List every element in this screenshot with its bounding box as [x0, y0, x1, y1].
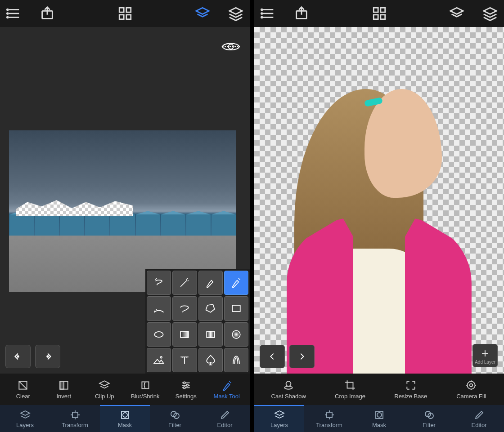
text-tool[interactable] [172, 348, 197, 372]
hair-tool[interactable] [224, 348, 248, 372]
tab-transform[interactable]: Transform [304, 405, 354, 432]
tab-transform[interactable]: Transform [50, 405, 100, 432]
svg-rect-15 [207, 331, 215, 338]
cutout-subject[interactable] [254, 64, 504, 374]
tab-filter-label: Filter [423, 422, 436, 428]
svg-point-32 [123, 413, 127, 417]
masktool-action[interactable]: Mask Tool [211, 379, 243, 400]
svg-point-13 [155, 332, 163, 337]
svg-rect-45 [380, 15, 385, 19]
settings-action[interactable]: Settings [170, 379, 202, 400]
tab-layers[interactable]: Layers [0, 405, 50, 432]
share-icon[interactable] [294, 6, 309, 21]
layers-outline-icon[interactable] [449, 6, 464, 21]
svg-point-48 [468, 381, 475, 389]
svg-rect-10 [126, 15, 130, 19]
mask-layer-icon[interactable] [195, 6, 210, 21]
girl-figure [287, 64, 472, 374]
tab-mask-label: Mask [118, 422, 132, 428]
right-canvas[interactable]: + Add Layer [254, 27, 504, 374]
invert-label: Invert [56, 393, 71, 400]
layers-stack-icon[interactable] [482, 6, 498, 21]
next-layer-button[interactable] [289, 345, 315, 368]
list-icon[interactable] [261, 6, 276, 21]
layer-nav [260, 345, 315, 368]
svg-point-19 [47, 356, 48, 357]
invert-action[interactable]: Invert [48, 379, 80, 400]
share-icon[interactable] [40, 6, 55, 21]
cropimage-action[interactable]: Crop Image [334, 379, 366, 400]
redo-button[interactable] [35, 345, 60, 368]
left-action-bar: Clear Invert Clip Up Blur/Shrink Setting… [0, 374, 250, 405]
tab-filter[interactable]: Filter [150, 405, 200, 432]
svg-point-39 [261, 13, 262, 14]
tab-layers-label: Layers [16, 422, 34, 428]
svg-point-29 [184, 387, 185, 388]
tab-mask[interactable]: Mask [100, 405, 150, 432]
tab-filter[interactable]: Filter [404, 405, 454, 432]
svg-rect-23 [142, 382, 148, 388]
svg-point-28 [186, 384, 188, 386]
svg-rect-9 [119, 15, 124, 19]
polygon-tool[interactable] [198, 296, 223, 321]
list-icon[interactable] [6, 6, 22, 21]
radial-gradient-tool[interactable] [224, 322, 248, 347]
layers-stack-icon[interactable] [228, 6, 243, 21]
erased-region [16, 198, 133, 216]
arc-tool[interactable] [147, 296, 171, 321]
svg-rect-50 [327, 412, 332, 418]
clipup-action[interactable]: Clip Up [89, 379, 120, 400]
clipup-label: Clip Up [95, 393, 114, 400]
resizebase-label: Resize Base [394, 393, 427, 400]
rectangle-tool[interactable] [224, 296, 248, 321]
magic-brush-tool[interactable] [224, 271, 248, 295]
left-canvas[interactable] [0, 27, 250, 374]
svg-line-21 [19, 381, 27, 389]
left-tab-bar: Layers Transform Mask Filter Editor [0, 405, 250, 432]
spade-tool[interactable] [198, 348, 223, 372]
mirror-gradient-tool[interactable] [198, 322, 223, 347]
visibility-eye-icon[interactable] [221, 40, 241, 53]
svg-rect-44 [374, 15, 378, 19]
blurshrink-action[interactable]: Blur/Shrink [130, 379, 161, 400]
tab-editor-label: Editor [472, 422, 487, 428]
clear-label: Clear [16, 393, 30, 400]
tab-transform-label: Transform [62, 422, 88, 428]
grid-icon[interactable] [117, 6, 133, 21]
linear-gradient-tool[interactable] [172, 322, 197, 347]
camerafill-label: Camera Fill [456, 393, 486, 400]
tab-layers-label: Layers [270, 422, 288, 428]
clear-action[interactable]: Clear [7, 379, 39, 400]
ellipse-tool[interactable] [147, 322, 171, 347]
brush-tool[interactable] [198, 271, 223, 295]
blurshrink-label: Blur/Shrink [131, 393, 160, 400]
tab-editor[interactable]: Editor [454, 405, 504, 432]
undo-button[interactable] [5, 345, 31, 368]
svg-point-3 [7, 9, 8, 10]
svg-point-17 [161, 356, 162, 358]
edited-image[interactable] [9, 130, 236, 292]
svg-rect-43 [380, 8, 385, 12]
tab-editor[interactable]: Editor [200, 405, 250, 432]
lasso-tool[interactable] [172, 296, 197, 321]
castshadow-action[interactable]: Cast Shadow [271, 379, 306, 400]
castshadow-label: Cast Shadow [271, 393, 306, 400]
magic-lasso-tool[interactable] [147, 271, 171, 295]
history-nav [5, 345, 60, 368]
add-layer-button[interactable]: + Add Layer [472, 344, 498, 367]
right-topbar [254, 0, 504, 27]
tab-layers[interactable]: Layers [254, 405, 304, 432]
grid-icon[interactable] [372, 6, 387, 21]
prev-layer-button[interactable] [260, 345, 285, 368]
landscape-tool[interactable] [147, 348, 171, 372]
plus-icon: + [482, 347, 489, 360]
camerafill-action[interactable]: Camera Fill [455, 379, 487, 400]
left-topbar [0, 0, 250, 27]
magic-wand-tool[interactable] [172, 271, 197, 295]
tab-mask[interactable]: Mask [354, 405, 404, 432]
resizebase-action[interactable]: Resize Base [394, 379, 427, 400]
svg-point-27 [184, 382, 185, 383]
right-panel: + Add Layer Cast Shadow Crop Image Resiz… [254, 0, 504, 432]
tab-filter-label: Filter [168, 422, 181, 428]
svg-rect-42 [374, 8, 378, 12]
